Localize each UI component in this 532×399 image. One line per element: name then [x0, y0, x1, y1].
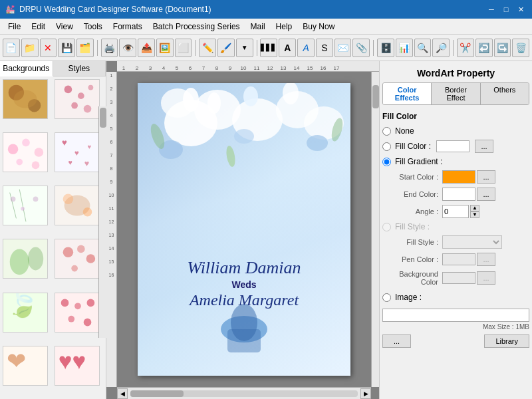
undo-button[interactable]: ↩️: [475, 39, 493, 57]
scroll-right-btn[interactable]: ▶: [360, 388, 371, 399]
svg-point-31: [82, 207, 92, 217]
image-button[interactable]: 🖼️: [156, 39, 174, 57]
canvas-vscroll[interactable]: [371, 72, 379, 387]
fill-style-radio[interactable]: [382, 223, 391, 231]
open-button[interactable]: 📁: [21, 39, 39, 57]
image-section: Max Size : 1MB: [382, 309, 529, 333]
db2-button[interactable]: 📊: [396, 39, 413, 57]
fill-color-label: Fill Color :: [395, 142, 431, 151]
end-color-swatch[interactable]: [442, 188, 475, 201]
card-preview[interactable]: William Damian Weds Amelia Margaret: [138, 83, 350, 376]
tab-others[interactable]: Others: [481, 83, 529, 104]
symbol-button[interactable]: S: [316, 39, 333, 57]
card-name2: Amelia Margaret: [138, 291, 350, 309]
delete-button[interactable]: 🗑️: [512, 39, 529, 57]
fill-color-radio[interactable]: [382, 142, 391, 151]
bg-item-7[interactable]: [3, 239, 48, 279]
bg-item-11[interactable]: ❤: [3, 346, 48, 386]
bg-item-12[interactable]: ♥♥: [55, 346, 100, 386]
menu-buynow[interactable]: Buy Now: [297, 21, 340, 33]
menu-batch[interactable]: Batch Processing Series: [148, 21, 245, 33]
left-vscroll-thumb[interactable]: [100, 108, 106, 128]
tab-color-effects[interactable]: Color Effects: [383, 83, 432, 104]
tab-border-effect[interactable]: Border Effect: [432, 83, 480, 104]
zoom-button[interactable]: 🔎: [432, 39, 450, 57]
clip-button[interactable]: 📎: [352, 39, 370, 57]
search-button[interactable]: 🔍: [414, 39, 432, 57]
preview-button[interactable]: 👁️: [119, 39, 136, 57]
bg-item-3[interactable]: [3, 132, 48, 172]
none-radio[interactable]: [382, 127, 391, 136]
bg-item-1[interactable]: [3, 79, 48, 119]
pen-color-input[interactable]: [442, 253, 475, 265]
card-text: William Damian Weds Amelia Margaret: [138, 258, 350, 309]
menu-help[interactable]: Help: [271, 21, 298, 33]
email-button[interactable]: ✉️: [334, 39, 352, 57]
bg-color-picker-btn[interactable]: ...: [477, 271, 495, 285]
svg-point-14: [16, 159, 23, 166]
start-color-swatch[interactable]: [442, 170, 475, 184]
styles-tab[interactable]: Styles: [53, 61, 106, 76]
backgrounds-tab[interactable]: Backgrounds: [0, 61, 53, 76]
new-button[interactable]: 📄: [3, 39, 20, 57]
fill-gradient-radio[interactable]: [382, 158, 391, 166]
angle-up-btn[interactable]: ▲: [470, 205, 479, 211]
pen-color-picker-btn[interactable]: ...: [477, 253, 495, 266]
library-button[interactable]: Library: [484, 334, 529, 348]
maximize-button[interactable]: □: [500, 3, 512, 15]
bg-item-9[interactable]: 🍃: [3, 293, 48, 332]
menu-view[interactable]: View: [51, 21, 78, 33]
shape-button[interactable]: ⬜: [175, 39, 192, 57]
fill-color-input[interactable]: [436, 140, 469, 152]
bg-item-6[interactable]: [55, 186, 100, 225]
redo-button[interactable]: ↪️: [494, 39, 511, 57]
db-button[interactable]: 🗄️: [377, 39, 394, 57]
none-label: None: [395, 126, 414, 136]
bg-item-5[interactable]: [3, 186, 48, 225]
small-action-btn[interactable]: ...: [382, 334, 411, 348]
menu-file[interactable]: File: [3, 21, 26, 33]
canvas-content[interactable]: William Damian Weds Amelia Margaret: [117, 72, 371, 387]
print-button[interactable]: 🖨️: [101, 39, 118, 57]
close-button[interactable]: ✕: [515, 3, 527, 15]
bg-item-8[interactable]: [55, 239, 100, 279]
bg-item-4[interactable]: ♥♥♥♥♥: [55, 132, 100, 172]
brush-button[interactable]: 🖌️: [217, 39, 235, 57]
minimize-button[interactable]: ─: [485, 3, 497, 15]
bg-item-10[interactable]: [55, 293, 100, 332]
fill-style-dropdown-row: Fill Style :: [382, 235, 529, 249]
barcode-button[interactable]: ▋▋▋: [260, 39, 277, 57]
menu-edit[interactable]: Edit: [26, 21, 51, 33]
bg-item-2[interactable]: [55, 79, 100, 119]
hscroll-thumb[interactable]: [130, 390, 184, 397]
fill-button[interactable]: ▼: [236, 39, 253, 57]
angle-down-btn[interactable]: ▼: [470, 211, 479, 218]
image-url-input[interactable]: [382, 309, 529, 322]
svg-point-3: [14, 90, 37, 108]
svg-point-9: [83, 105, 91, 113]
card-weds: Weds: [138, 279, 350, 290]
fill-color-picker-btn[interactable]: ...: [475, 140, 493, 153]
save-button[interactable]: 💾: [58, 39, 75, 57]
image-radio[interactable]: [382, 293, 391, 302]
bg-color-input[interactable]: [442, 272, 475, 284]
menu-tools[interactable]: Tools: [78, 21, 108, 33]
save-all-button[interactable]: 🗂️: [76, 39, 94, 57]
scroll-left-btn[interactable]: ◀: [117, 388, 128, 399]
menu-mail[interactable]: Mail: [245, 21, 271, 33]
text-button[interactable]: A: [279, 39, 296, 57]
wordart-button[interactable]: A: [297, 39, 315, 57]
fill-style-select[interactable]: [442, 235, 502, 249]
canvas-vscroll-thumb[interactable]: [372, 85, 379, 108]
svg-text:♥: ♥: [68, 159, 72, 167]
close-button[interactable]: ✕: [40, 39, 57, 57]
svg-rect-4: [55, 80, 99, 118]
end-color-picker-btn[interactable]: ...: [477, 188, 495, 201]
none-radio-row: None: [382, 126, 529, 136]
menu-formats[interactable]: Formats: [108, 21, 148, 33]
export-button[interactable]: 📤: [138, 39, 155, 57]
start-color-picker-btn[interactable]: ...: [477, 170, 495, 184]
pen-button[interactable]: ✏️: [199, 39, 216, 57]
angle-input[interactable]: [442, 205, 469, 218]
cut-button[interactable]: ✂️: [457, 39, 474, 57]
